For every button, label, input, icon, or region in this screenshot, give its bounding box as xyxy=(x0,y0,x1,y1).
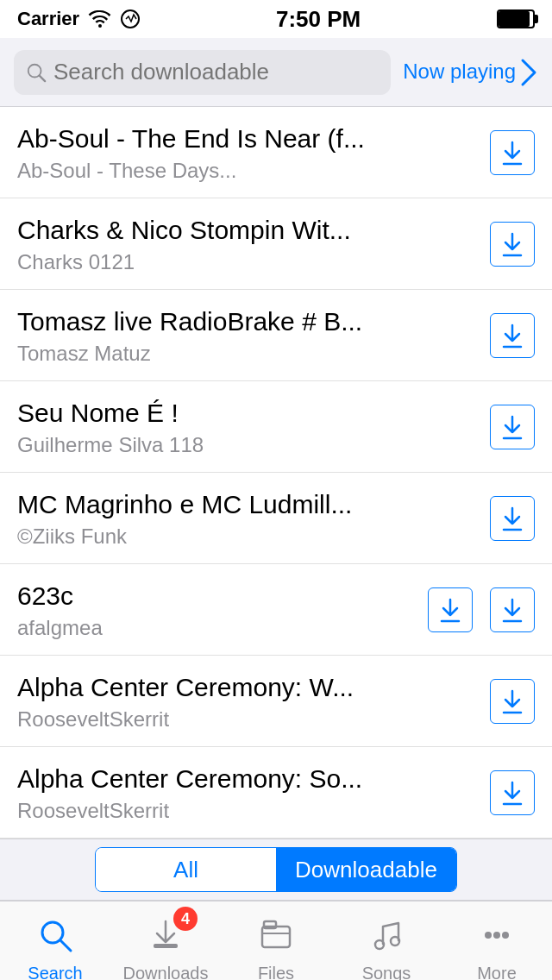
songs-icon xyxy=(363,912,410,958)
tab-files[interactable]: Files xyxy=(221,912,331,980)
svg-point-20 xyxy=(493,932,500,939)
download-button[interactable] xyxy=(490,313,535,358)
download-button[interactable] xyxy=(490,770,535,815)
track-title: Tomasz live RadioBrake # B... xyxy=(17,305,478,338)
search-area: Now playing xyxy=(0,38,552,107)
track-info: MC Magrinho e MC Ludmill...©Ziiks Funk xyxy=(17,487,478,549)
more-tab-label: More xyxy=(477,964,517,980)
chevron-right-icon xyxy=(519,57,538,88)
download-button[interactable] xyxy=(428,587,473,632)
track-info: Ab-Soul - The End Is Near (f...Ab-Soul -… xyxy=(17,122,478,183)
now-playing-label: Now playing xyxy=(403,60,516,85)
now-playing-button[interactable]: Now playing xyxy=(403,57,538,88)
track-list: Ab-Soul - The End Is Near (f...Ab-Soul -… xyxy=(0,107,552,839)
track-info: 623cafalgmea xyxy=(17,579,416,640)
svg-rect-15 xyxy=(262,927,290,947)
tab-downloads[interactable]: 4Downloads xyxy=(110,912,221,980)
svg-point-19 xyxy=(485,932,492,939)
status-carrier-wifi: Carrier xyxy=(17,8,140,30)
track-item[interactable]: Ab-Soul - The End Is Near (f...Ab-Soul -… xyxy=(0,107,552,198)
download-button[interactable] xyxy=(490,222,535,267)
search-tab-label: Search xyxy=(28,964,82,980)
download-button[interactable] xyxy=(490,679,535,724)
downloads-icon: 4 xyxy=(142,912,189,958)
track-subtitle: afalgmea xyxy=(17,616,416,640)
download-button[interactable] xyxy=(490,496,535,541)
svg-point-21 xyxy=(502,932,509,939)
track-subtitle: Ab-Soul - These Days... xyxy=(17,159,478,183)
downloads-tab-label: Downloads xyxy=(123,964,209,980)
tab-search[interactable]: Search xyxy=(0,912,110,980)
tab-bar: Search 4Downloads Files Songs More xyxy=(0,901,552,980)
track-subtitle: RooseveltSkerrit xyxy=(17,707,478,732)
search-icon xyxy=(32,912,78,958)
status-battery xyxy=(497,9,535,28)
track-item[interactable]: Charks & Nico Stompin Wit...Charks 0121 xyxy=(0,198,552,290)
track-item[interactable]: Seu Nome É !Guilherme Silva 118 xyxy=(0,381,552,473)
track-title: MC Magrinho e MC Ludmill... xyxy=(17,487,478,521)
tab-songs[interactable]: Songs xyxy=(331,912,442,980)
status-bar: Carrier 7:50 PM xyxy=(0,0,552,38)
track-info: Seu Nome É !Guilherme Silva 118 xyxy=(17,396,478,457)
files-tab-label: Files xyxy=(258,964,294,980)
track-subtitle: RooseveltSkerrit xyxy=(17,799,478,823)
segment-all[interactable]: All xyxy=(96,848,276,891)
downloads-badge: 4 xyxy=(173,907,198,931)
segment-downloadable[interactable]: Downloadable xyxy=(276,848,456,891)
download-button[interactable] xyxy=(490,130,535,175)
segment-container: All Downloadable xyxy=(0,839,552,901)
songs-tab-label: Songs xyxy=(362,964,411,980)
svg-line-2 xyxy=(40,75,45,80)
track-subtitle: ©Ziiks Funk xyxy=(17,525,478,549)
svg-rect-16 xyxy=(264,921,276,928)
activity-icon xyxy=(121,9,140,28)
track-info: Charks & Nico Stompin Wit...Charks 0121 xyxy=(17,213,478,274)
files-icon xyxy=(253,912,299,958)
search-icon xyxy=(26,61,47,84)
track-item[interactable]: Alpha Center Ceremony: So...RooseveltSke… xyxy=(0,747,552,839)
track-info: Alpha Center Ceremony: So...RooseveltSke… xyxy=(17,762,478,823)
track-info: Alpha Center Ceremony: W...RooseveltSker… xyxy=(17,670,478,732)
more-icon xyxy=(474,912,520,958)
track-item[interactable]: Tomasz live RadioBrake # B...Tomasz Matu… xyxy=(0,290,552,381)
track-info: Tomasz live RadioBrake # B...Tomasz Matu… xyxy=(17,305,478,366)
status-time: 7:50 PM xyxy=(276,6,361,33)
track-title: Alpha Center Ceremony: W... xyxy=(17,670,478,704)
track-item[interactable]: 623cafalgmea xyxy=(0,564,552,656)
tab-more[interactable]: More xyxy=(442,912,552,980)
track-subtitle: Guilherme Silva 118 xyxy=(17,433,478,457)
search-container[interactable] xyxy=(14,50,391,95)
track-item[interactable]: MC Magrinho e MC Ludmill...©Ziiks Funk xyxy=(0,473,552,564)
carrier-label: Carrier xyxy=(17,8,79,30)
track-item[interactable]: Alpha Center Ceremony: W...RooseveltSker… xyxy=(0,656,552,747)
track-title: Seu Nome É ! xyxy=(17,396,478,430)
svg-line-13 xyxy=(60,940,71,951)
track-title: Charks & Nico Stompin Wit... xyxy=(17,213,478,247)
battery-icon xyxy=(497,9,535,28)
svg-rect-14 xyxy=(154,944,178,948)
wifi-icon xyxy=(88,10,112,28)
segment-control: All Downloadable xyxy=(95,847,457,892)
track-title: Ab-Soul - The End Is Near (f... xyxy=(17,122,478,155)
track-title: Alpha Center Ceremony: So... xyxy=(17,762,478,795)
track-subtitle: Charks 0121 xyxy=(17,250,478,274)
download-button[interactable] xyxy=(490,587,535,632)
download-double-buttons xyxy=(416,587,535,632)
download-button[interactable] xyxy=(490,405,535,449)
search-input[interactable] xyxy=(53,59,379,85)
track-title: 623c xyxy=(17,579,416,612)
track-subtitle: Tomasz Matuz xyxy=(17,342,478,366)
